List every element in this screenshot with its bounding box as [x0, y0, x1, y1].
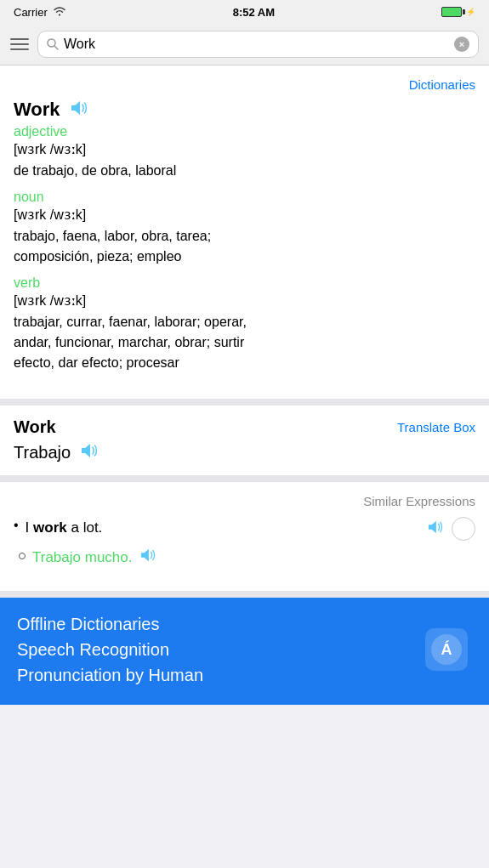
expr-right-1 — [426, 517, 475, 541]
word-title-row: Work — [14, 99, 475, 121]
bottom-banner: Offline Dictionaries Speech Recognition … — [0, 598, 489, 705]
battery-icon — [441, 7, 462, 17]
pos-noun: noun — [14, 190, 475, 205]
translate-result: Trabajo — [14, 443, 71, 462]
translate-card: Work Translate Box Trabajo — [0, 406, 489, 482]
phonetic-adjective: [wɜrk /wɜːk] — [14, 141, 475, 157]
word-title: Work — [14, 99, 60, 121]
banner-line-1: Offline Dictionaries — [17, 611, 203, 637]
search-input[interactable] — [64, 37, 449, 52]
status-bar: Carrier 8:52 AM ⚡ — [0, 0, 489, 24]
charging-icon: ⚡ — [466, 8, 475, 16]
expr-translation-2: Trabajo mucho. — [32, 549, 132, 566]
phonetic-noun: [wɜrk /wɜːk] — [14, 207, 475, 223]
definition-verb: trabajar, currar, faenar, laborar; opera… — [14, 312, 475, 373]
carrier-label: Carrier — [14, 6, 48, 19]
similar-label: Similar Expressions — [363, 494, 475, 508]
pos-adjective: adjective — [14, 124, 475, 139]
favorite-button-1[interactable] — [452, 517, 475, 541]
translate-header: Work Translate Box — [14, 417, 475, 437]
speaker-icon-expr-1[interactable] — [426, 519, 445, 539]
definition-adjective: de trabajo, de obra, laboral — [14, 161, 475, 181]
expr-right-2: Trabajo mucho. — [32, 547, 157, 567]
similar-expressions-card: Similar Expressions • I work a lot. Trab… — [0, 482, 489, 598]
pos-verb: verb — [14, 275, 475, 291]
menu-button[interactable] — [10, 38, 29, 50]
search-input-wrap: × — [37, 31, 479, 58]
banner-line-2: Speech Recognition — [17, 637, 203, 662]
menu-line — [10, 48, 29, 50]
speaker-icon-translate[interactable] — [79, 442, 100, 463]
translate-box-link[interactable]: Translate Box — [397, 420, 475, 434]
status-carrier: Carrier — [14, 6, 66, 19]
app-logo: Á — [421, 624, 472, 675]
status-battery: ⚡ — [441, 7, 475, 17]
expression-item-1: • I work a lot. — [14, 517, 475, 541]
menu-line — [10, 43, 29, 45]
translate-word: Work — [14, 417, 56, 437]
status-time: 8:52 AM — [233, 6, 275, 19]
speaker-icon-expr-2[interactable] — [139, 547, 157, 567]
speaker-icon-word[interactable] — [69, 99, 89, 121]
dictionaries-link[interactable]: Dictionaries — [409, 77, 475, 92]
search-icon — [47, 38, 59, 50]
svg-line-1 — [54, 46, 58, 49]
definition-noun: trabajo, faena, labor, obra, tarea;compo… — [14, 226, 475, 267]
menu-line — [10, 38, 29, 40]
bullet-1: • — [14, 518, 19, 533]
logo-shape: Á — [425, 628, 468, 671]
similar-header: Similar Expressions — [14, 494, 475, 508]
expr-text-1: I work a lot. — [26, 517, 426, 539]
svg-text:Á: Á — [441, 640, 452, 658]
search-bar: × — [0, 24, 489, 65]
translate-result-row: Trabajo — [14, 442, 475, 463]
banner-text: Offline Dictionaries Speech Recognition … — [17, 611, 203, 688]
expression-item-2: Trabajo mucho. — [19, 547, 475, 567]
bullet-circle-2 — [19, 553, 26, 559]
dict-header: Dictionaries — [14, 77, 475, 92]
phonetic-verb: [wɜrk /wɜːk] — [14, 292, 475, 309]
clear-button[interactable]: × — [454, 37, 469, 52]
dictionary-card: Dictionaries Work adjective [wɜrk /wɜːk]… — [0, 65, 489, 406]
wifi-icon — [53, 6, 66, 19]
banner-line-3: Pronunciation by Human — [17, 662, 203, 688]
